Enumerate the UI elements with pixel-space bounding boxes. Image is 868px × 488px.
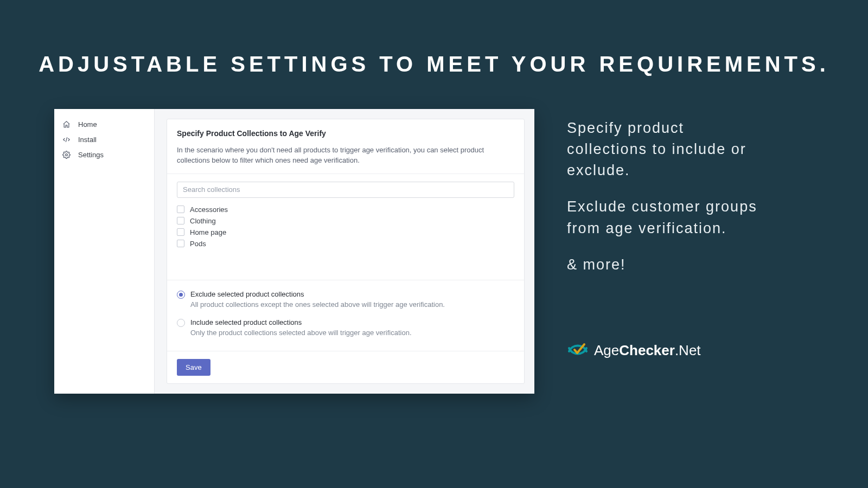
radio-button[interactable] — [177, 319, 185, 327]
card-header: Specify Product Collections to Age Verif… — [167, 119, 524, 174]
collection-label: Home page — [190, 228, 226, 236]
code-icon — [62, 135, 71, 144]
checkbox[interactable] — [177, 228, 184, 236]
sidebar-item-label: Install — [78, 136, 97, 144]
stage: Home Install Settings Specify Product Co… — [0, 76, 868, 394]
sidebar-item-label: Settings — [78, 151, 104, 159]
collection-row[interactable]: Home page — [177, 228, 514, 236]
brand-text: AgeChecker.Net — [594, 342, 701, 359]
promo-line: Specify product collections to include o… — [567, 118, 768, 181]
checkbox[interactable] — [177, 240, 184, 247]
hero-title: ADJUSTABLE SETTINGS TO MEET YOUR REQUIRE… — [0, 0, 868, 76]
gear-icon — [62, 150, 71, 159]
collection-label: Accessories — [190, 206, 228, 214]
sidebar: Home Install Settings — [54, 109, 155, 394]
radio-button[interactable] — [177, 291, 185, 299]
save-button[interactable]: Save — [177, 359, 210, 376]
collection-label: Pods — [190, 240, 206, 248]
brand-logo: AgeChecker.Net — [567, 341, 768, 361]
sidebar-item-label: Home — [78, 120, 97, 129]
sidebar-item-home[interactable]: Home — [54, 117, 154, 132]
radio-section: Exclude selected product collections All… — [167, 280, 524, 351]
sidebar-item-install[interactable]: Install — [54, 132, 154, 147]
card-description: In the scenario where you don't need all… — [177, 145, 514, 166]
radio-option-exclude[interactable]: Exclude selected product collections All… — [177, 290, 514, 309]
promo-column: Specify product collections to include o… — [567, 109, 768, 361]
collection-label: Clothing — [190, 217, 216, 225]
collection-row[interactable]: Accessories — [177, 206, 514, 214]
card-footer: Save — [167, 351, 524, 383]
checkbox[interactable] — [177, 217, 184, 224]
collection-row[interactable]: Clothing — [177, 217, 514, 225]
radio-option-include[interactable]: Include selected product collections Onl… — [177, 318, 514, 337]
brand-mark-icon — [567, 341, 589, 361]
main-panel: Specify Product Collections to Age Verif… — [155, 109, 534, 394]
promo-line: & more! — [567, 254, 768, 275]
radio-label: Include selected product collections — [190, 318, 412, 326]
radio-help-text: All product collections except the ones … — [190, 300, 445, 309]
checkbox[interactable] — [177, 206, 184, 213]
sidebar-item-settings[interactable]: Settings — [54, 147, 154, 162]
promo-line: Exclude customer groups from age verific… — [567, 196, 768, 239]
home-icon — [62, 120, 71, 129]
app-window: Home Install Settings Specify Product Co… — [54, 109, 534, 394]
card-body: Accessories Clothing Home page Pods — [167, 174, 524, 280]
card-title: Specify Product Collections to Age Verif… — [177, 129, 514, 138]
radio-label: Exclude selected product collections — [190, 290, 445, 298]
settings-card: Specify Product Collections to Age Verif… — [167, 119, 525, 384]
collection-row[interactable]: Pods — [177, 240, 514, 248]
search-collections-input[interactable] — [177, 182, 514, 198]
radio-help-text: Only the product collections selected ab… — [190, 329, 412, 337]
svg-point-0 — [65, 153, 67, 156]
